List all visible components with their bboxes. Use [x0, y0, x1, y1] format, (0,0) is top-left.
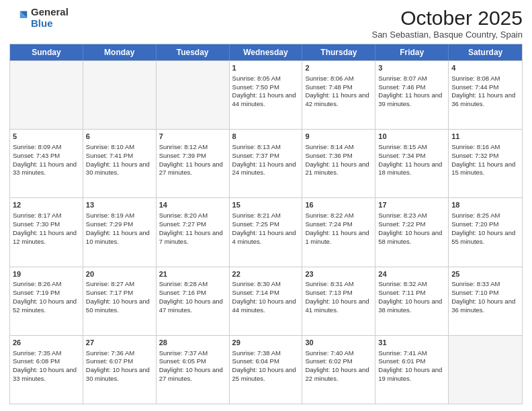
- day-number: 10: [378, 132, 445, 142]
- day-info: Sunrise: 8:31 AM Sunset: 7:13 PM Dayligh…: [305, 280, 372, 314]
- day-info: Sunrise: 8:13 AM Sunset: 7:37 PM Dayligh…: [232, 143, 300, 177]
- empty-cell: [157, 61, 230, 129]
- day-info: Sunrise: 8:05 AM Sunset: 7:50 PM Dayligh…: [232, 75, 300, 109]
- day-number: 5: [13, 132, 80, 142]
- day-cell-3: 3Sunrise: 8:07 AM Sunset: 7:46 PM Daylig…: [375, 61, 449, 129]
- week-row-4: 19Sunrise: 8:26 AM Sunset: 7:19 PM Dayli…: [10, 267, 522, 335]
- day-info: Sunrise: 7:41 AM Sunset: 6:01 PM Dayligh…: [378, 349, 445, 383]
- day-number: 2: [305, 63, 372, 73]
- day-number: 26: [13, 338, 80, 348]
- day-cell-26: 26Sunrise: 7:35 AM Sunset: 6:08 PM Dayli…: [10, 336, 83, 404]
- day-cell-30: 30Sunrise: 7:40 AM Sunset: 6:02 PM Dayli…: [302, 336, 375, 404]
- day-info: Sunrise: 8:08 AM Sunset: 7:44 PM Dayligh…: [451, 75, 519, 109]
- day-cell-16: 16Sunrise: 8:22 AM Sunset: 7:24 PM Dayli…: [302, 198, 375, 266]
- title-block: October 2025 San Sebastian, Basque Count…: [371, 7, 523, 40]
- day-info: Sunrise: 7:35 AM Sunset: 6:08 PM Dayligh…: [13, 349, 80, 383]
- day-info: Sunrise: 8:20 AM Sunset: 7:27 PM Dayligh…: [159, 212, 226, 246]
- day-cell-9: 9Sunrise: 8:14 AM Sunset: 7:36 PM Daylig…: [302, 130, 375, 197]
- day-info: Sunrise: 7:37 AM Sunset: 6:05 PM Dayligh…: [159, 349, 226, 383]
- day-cell-27: 27Sunrise: 7:36 AM Sunset: 6:07 PM Dayli…: [83, 336, 157, 404]
- day-cell-25: 25Sunrise: 8:33 AM Sunset: 7:10 PM Dayli…: [449, 267, 522, 335]
- day-cell-10: 10Sunrise: 8:15 AM Sunset: 7:34 PM Dayli…: [375, 130, 449, 197]
- day-cell-12: 12Sunrise: 8:17 AM Sunset: 7:30 PM Dayli…: [10, 198, 83, 266]
- day-info: Sunrise: 8:15 AM Sunset: 7:34 PM Dayligh…: [378, 143, 445, 177]
- day-cell-17: 17Sunrise: 8:23 AM Sunset: 7:22 PM Dayli…: [375, 198, 449, 266]
- day-info: Sunrise: 7:36 AM Sunset: 6:07 PM Dayligh…: [86, 349, 153, 383]
- day-info: Sunrise: 8:32 AM Sunset: 7:11 PM Dayligh…: [378, 280, 445, 314]
- calendar: SundayMondayTuesdayWednesdayThursdayFrid…: [9, 44, 523, 404]
- day-cell-28: 28Sunrise: 7:37 AM Sunset: 6:05 PM Dayli…: [157, 336, 230, 404]
- day-info: Sunrise: 8:09 AM Sunset: 7:43 PM Dayligh…: [13, 143, 80, 177]
- day-info: Sunrise: 8:14 AM Sunset: 7:36 PM Dayligh…: [305, 143, 372, 177]
- day-info: Sunrise: 8:30 AM Sunset: 7:14 PM Dayligh…: [232, 280, 300, 314]
- day-number: 21: [159, 269, 226, 279]
- day-info: Sunrise: 8:10 AM Sunset: 7:41 PM Dayligh…: [86, 143, 153, 177]
- day-number: 18: [451, 200, 519, 210]
- day-info: Sunrise: 8:16 AM Sunset: 7:32 PM Dayligh…: [451, 143, 519, 177]
- day-info: Sunrise: 8:27 AM Sunset: 7:17 PM Dayligh…: [86, 280, 153, 314]
- day-cell-7: 7Sunrise: 8:12 AM Sunset: 7:39 PM Daylig…: [157, 130, 230, 197]
- day-number: 4: [451, 63, 519, 73]
- header-day-sunday: Sunday: [10, 44, 83, 60]
- day-cell-4: 4Sunrise: 8:08 AM Sunset: 7:44 PM Daylig…: [449, 61, 522, 129]
- day-cell-1: 1Sunrise: 8:05 AM Sunset: 7:50 PM Daylig…: [230, 61, 303, 129]
- day-cell-31: 31Sunrise: 7:41 AM Sunset: 6:01 PM Dayli…: [375, 336, 449, 404]
- day-info: Sunrise: 8:23 AM Sunset: 7:22 PM Dayligh…: [378, 212, 445, 246]
- logo: General Blue: [9, 7, 69, 29]
- header-day-saturday: Saturday: [449, 44, 522, 60]
- page: General Blue October 2025 San Sebastian,…: [0, 0, 532, 411]
- day-info: Sunrise: 8:33 AM Sunset: 7:10 PM Dayligh…: [451, 280, 519, 314]
- day-cell-29: 29Sunrise: 7:38 AM Sunset: 6:04 PM Dayli…: [230, 336, 303, 404]
- day-cell-13: 13Sunrise: 8:19 AM Sunset: 7:29 PM Dayli…: [83, 198, 157, 266]
- day-info: Sunrise: 8:06 AM Sunset: 7:48 PM Dayligh…: [305, 75, 372, 109]
- day-cell-24: 24Sunrise: 8:32 AM Sunset: 7:11 PM Dayli…: [375, 267, 449, 335]
- day-number: 30: [305, 338, 372, 348]
- day-cell-15: 15Sunrise: 8:21 AM Sunset: 7:25 PM Dayli…: [230, 198, 303, 266]
- day-cell-21: 21Sunrise: 8:28 AM Sunset: 7:16 PM Dayli…: [157, 267, 230, 335]
- day-number: 13: [86, 200, 153, 210]
- week-row-1: 1Sunrise: 8:05 AM Sunset: 7:50 PM Daylig…: [10, 60, 522, 129]
- day-number: 11: [451, 132, 519, 142]
- day-cell-22: 22Sunrise: 8:30 AM Sunset: 7:14 PM Dayli…: [230, 267, 303, 335]
- day-number: 19: [13, 269, 80, 279]
- day-number: 16: [305, 200, 372, 210]
- week-row-3: 12Sunrise: 8:17 AM Sunset: 7:30 PM Dayli…: [10, 197, 522, 266]
- day-number: 27: [86, 338, 153, 348]
- day-info: Sunrise: 7:40 AM Sunset: 6:02 PM Dayligh…: [305, 349, 372, 383]
- day-info: Sunrise: 8:26 AM Sunset: 7:19 PM Dayligh…: [13, 280, 80, 314]
- logo-text: General Blue: [31, 7, 69, 29]
- empty-cell: [10, 61, 83, 129]
- week-row-5: 26Sunrise: 7:35 AM Sunset: 6:08 PM Dayli…: [10, 335, 522, 404]
- day-cell-5: 5Sunrise: 8:09 AM Sunset: 7:43 PM Daylig…: [10, 130, 83, 197]
- day-cell-23: 23Sunrise: 8:31 AM Sunset: 7:13 PM Dayli…: [302, 267, 375, 335]
- day-number: 6: [86, 132, 153, 142]
- day-cell-19: 19Sunrise: 8:26 AM Sunset: 7:19 PM Dayli…: [10, 267, 83, 335]
- day-info: Sunrise: 7:38 AM Sunset: 6:04 PM Dayligh…: [232, 349, 300, 383]
- location-subtitle: San Sebastian, Basque Country, Spain: [371, 30, 523, 40]
- day-number: 23: [305, 269, 372, 279]
- day-number: 24: [378, 269, 445, 279]
- day-number: 8: [232, 132, 300, 142]
- day-info: Sunrise: 8:19 AM Sunset: 7:29 PM Dayligh…: [86, 212, 153, 246]
- empty-cell: [449, 336, 522, 404]
- day-number: 7: [159, 132, 226, 142]
- day-cell-20: 20Sunrise: 8:27 AM Sunset: 7:17 PM Dayli…: [83, 267, 157, 335]
- header-day-friday: Friday: [375, 44, 449, 60]
- calendar-body: 1Sunrise: 8:05 AM Sunset: 7:50 PM Daylig…: [10, 60, 522, 404]
- day-number: 25: [451, 269, 519, 279]
- day-cell-8: 8Sunrise: 8:13 AM Sunset: 7:37 PM Daylig…: [230, 130, 303, 197]
- month-title: October 2025: [371, 7, 523, 30]
- day-number: 12: [13, 200, 80, 210]
- day-number: 14: [159, 200, 226, 210]
- day-cell-2: 2Sunrise: 8:06 AM Sunset: 7:48 PM Daylig…: [302, 61, 375, 129]
- day-number: 1: [232, 63, 300, 73]
- day-number: 29: [232, 338, 300, 348]
- logo-icon: [9, 9, 28, 28]
- day-info: Sunrise: 8:12 AM Sunset: 7:39 PM Dayligh…: [159, 143, 226, 177]
- day-number: 17: [378, 200, 445, 210]
- day-number: 31: [378, 338, 445, 348]
- header-day-thursday: Thursday: [302, 44, 375, 60]
- day-info: Sunrise: 8:21 AM Sunset: 7:25 PM Dayligh…: [232, 212, 300, 246]
- header: General Blue October 2025 San Sebastian,…: [9, 7, 523, 40]
- header-day-wednesday: Wednesday: [230, 44, 303, 60]
